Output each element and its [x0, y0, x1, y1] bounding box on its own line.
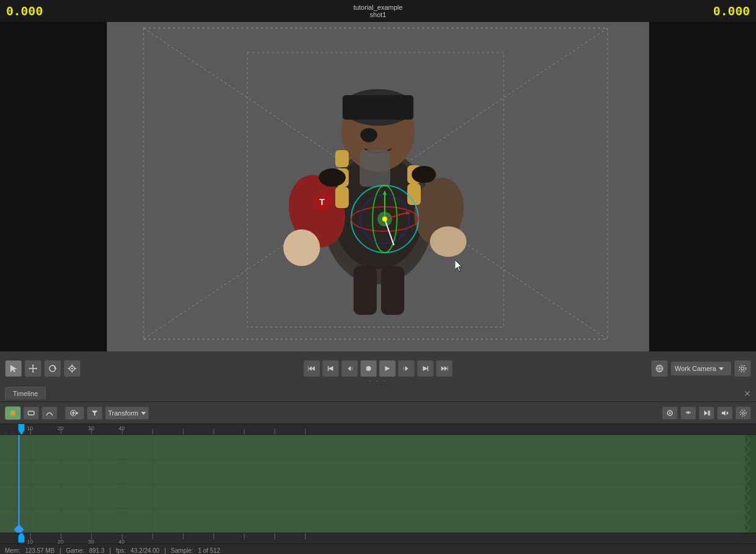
- viewport[interactable]: T: [107, 22, 649, 351]
- svg-point-94: [669, 412, 671, 414]
- right-panel: [649, 22, 756, 351]
- timeline-panel: Timeline ✕: [0, 385, 756, 544]
- svg-point-69: [366, 366, 371, 371]
- sample-value: 1 of 512: [198, 547, 220, 554]
- svg-marker-62: [309, 366, 312, 371]
- svg-text:10: 10: [27, 539, 33, 544]
- project-name: tutorial_example: [354, 4, 403, 11]
- tl-snap-btn[interactable]: [662, 406, 678, 420]
- time-right: 0.000: [713, 4, 750, 18]
- separator3: |: [164, 547, 166, 554]
- svg-marker-47: [10, 365, 17, 372]
- rewind-end-btn[interactable]: [303, 360, 321, 377]
- prev-key-btn[interactable]: [341, 360, 358, 377]
- timeline-right-btns: [662, 406, 751, 420]
- tl-mute-btn[interactable]: [717, 406, 733, 420]
- ruler-bottom-svg: 10 20 30 40: [0, 533, 733, 544]
- svg-point-103: [740, 410, 746, 416]
- viewport-container: T: [0, 22, 756, 351]
- next-key-btn[interactable]: [398, 360, 415, 377]
- tl-jump-end-btn[interactable]: [699, 406, 714, 420]
- svg-marker-72: [404, 366, 405, 371]
- svg-rect-18: [354, 266, 377, 315]
- svg-marker-104: [18, 424, 24, 435]
- svg-point-83: [741, 367, 744, 370]
- record-btn[interactable]: [360, 360, 377, 377]
- rotate-tool-btn[interactable]: [44, 360, 61, 377]
- cursor: [455, 260, 463, 272]
- center-info: tutorial_example shot1: [354, 4, 403, 18]
- play-btn[interactable]: [379, 360, 396, 377]
- shot-name: shot1: [354, 11, 403, 18]
- svg-rect-86: [28, 411, 34, 415]
- camera-dropdown[interactable]: Work Camera: [671, 361, 732, 376]
- timeline-close-btn[interactable]: ✕: [744, 389, 751, 398]
- svg-text:20: 20: [57, 425, 64, 431]
- svg-point-57: [71, 367, 73, 369]
- step-forward-btn[interactable]: [417, 360, 434, 377]
- timeline-tab[interactable]: Timeline: [5, 387, 46, 400]
- svg-text:T: T: [319, 197, 325, 207]
- svg-marker-99: [722, 411, 725, 416]
- playhead-top[interactable]: [18, 424, 24, 435]
- transform-dropdown[interactable]: Transform: [105, 406, 149, 420]
- playhead-bottom-marker[interactable]: [18, 533, 24, 544]
- svg-marker-43: [383, 190, 387, 195]
- right-toolbar: Work Camera: [651, 360, 751, 377]
- tl-filter-btn[interactable]: [87, 406, 103, 420]
- svg-marker-46: [455, 260, 462, 272]
- svg-marker-75: [442, 366, 445, 371]
- timeline-toolbar: Transform: [0, 402, 756, 424]
- move-tool-btn[interactable]: [24, 360, 42, 377]
- step-back-btn[interactable]: [322, 360, 340, 377]
- svg-rect-19: [381, 266, 404, 315]
- fast-forward-btn[interactable]: [436, 360, 453, 377]
- game-value: 891.3: [89, 547, 104, 554]
- transform-label: Transform: [108, 409, 139, 417]
- timeline-header: Timeline ✕: [0, 385, 756, 402]
- tl-settings2-btn[interactable]: [735, 406, 751, 420]
- focus-tool-btn[interactable]: [64, 360, 81, 377]
- time-left: 0.000: [6, 4, 43, 18]
- svg-text:20: 20: [57, 539, 64, 544]
- sample-label: Sample:: [171, 547, 194, 554]
- svg-marker-67: [348, 366, 351, 371]
- svg-marker-71: [405, 366, 409, 371]
- svg-marker-70: [385, 366, 390, 371]
- svg-point-15: [283, 229, 320, 266]
- timeline-ruler-bottom: 10 20 30 40: [0, 533, 756, 544]
- svg-text:40: 40: [118, 425, 125, 431]
- tl-add-btn[interactable]: [65, 406, 84, 420]
- svg-marker-90: [76, 412, 79, 414]
- svg-marker-51: [32, 372, 34, 373]
- svg-marker-63: [312, 366, 315, 371]
- tl-item-btn[interactable]: [23, 406, 39, 420]
- settings-btn[interactable]: [734, 360, 751, 377]
- tl-curve-btn[interactable]: [42, 406, 57, 420]
- svg-marker-91: [92, 411, 98, 416]
- svg-text:40: 40: [118, 539, 125, 544]
- timeline-track-svg: [0, 435, 756, 533]
- tl-snap2-btn[interactable]: [680, 406, 696, 420]
- transform-chevron-icon: [141, 411, 146, 416]
- playhead-line[interactable]: [18, 435, 20, 533]
- tl-keyframe-btn[interactable]: [5, 406, 21, 420]
- chevron-down-icon: [719, 366, 724, 371]
- rotation-gizmo[interactable]: [345, 179, 418, 253]
- svg-point-45: [382, 217, 387, 221]
- svg-text:30: 30: [88, 425, 94, 431]
- select-tool-btn[interactable]: [5, 360, 22, 377]
- separator2: |: [109, 547, 111, 554]
- svg-marker-73: [423, 366, 428, 371]
- gear-icon: [738, 364, 747, 373]
- fps-value: 43.2/24.00: [131, 547, 159, 554]
- svg-rect-22: [343, 95, 413, 120]
- playback-controls: [303, 360, 453, 377]
- fps-label: fps:: [116, 547, 126, 554]
- svg-marker-96: [704, 411, 708, 416]
- svg-marker-65: [329, 366, 333, 371]
- svg-rect-27: [335, 150, 349, 167]
- timeline-content[interactable]: [0, 435, 756, 533]
- svg-marker-146: [18, 533, 24, 542]
- world-space-btn[interactable]: [651, 360, 668, 377]
